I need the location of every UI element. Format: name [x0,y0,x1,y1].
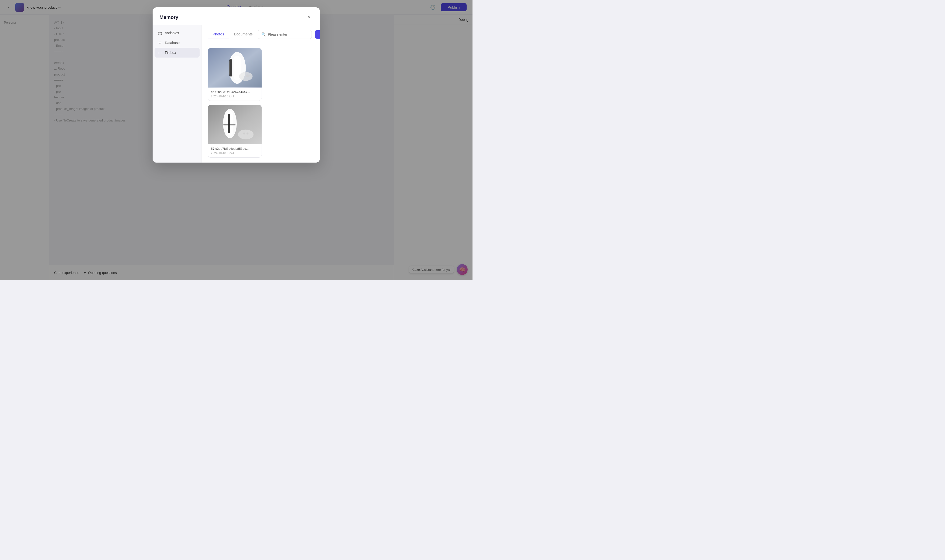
modal-overlay[interactable]: Memory × {x} Variables ⊙ Database □ File… [0,0,473,280]
modal-header: Memory × [153,8,320,25]
variables-label: Variables [165,31,179,35]
database-icon: ⊙ [157,40,162,45]
image-card-1[interactable]: eb71aa331fd04267a4447... 2024-10-10 02:4… [208,48,262,101]
filebox-label: Filebox [165,51,176,55]
svg-point-11 [238,129,253,140]
svg-rect-10 [223,124,236,125]
tab-photos[interactable]: Photos [208,30,229,39]
search-input[interactable] [268,32,311,36]
filebox-icon: □ [157,50,162,55]
content-tabs: Photos Documents [208,30,257,39]
image-date-2: 2024-10-10 02:41 [211,151,259,155]
sidebar-item-database[interactable]: ⊙ Database [154,38,200,48]
svg-rect-3 [229,59,232,76]
svg-point-12 [243,132,245,134]
image-thumbnail-1 [208,48,262,88]
tab-documents[interactable]: Documents [229,30,257,39]
sidebar-item-filebox[interactable]: □ Filebox [154,48,200,58]
svg-point-4 [239,72,253,81]
search-upload-controls: 🔍 Upload [257,30,320,39]
image-date-1: 2024-10-10 02:41 [211,95,259,98]
svg-point-13 [247,132,248,134]
ps5-illustration-2 [208,105,262,145]
divider [208,43,314,43]
sidebar-item-variables[interactable]: {x} Variables [154,28,200,38]
search-box[interactable]: 🔍 [257,30,312,39]
memory-modal: Memory × {x} Variables ⊙ Database □ File… [153,8,320,163]
close-icon: × [308,14,311,20]
modal-body: {x} Variables ⊙ Database □ Filebox Photo… [153,25,320,163]
svg-point-5 [246,74,250,77]
search-icon: 🔍 [261,32,266,37]
image-card-2[interactable]: 57fc2ee7fd3c4eeb853bc... 2024-10-10 02:4… [208,105,262,158]
image-info-1: eb71aa331fd04267a4447... 2024-10-10 02:4… [208,88,262,101]
modal-close-button[interactable]: × [305,13,313,21]
image-name-2: 57fc2ee7fd3c4eeb853bc... [211,147,259,151]
upload-button[interactable]: Upload [315,30,320,38]
modal-title: Memory [159,14,179,20]
modal-sidebar: {x} Variables ⊙ Database □ Filebox [153,25,202,163]
modal-main-content: Photos Documents 🔍 Upload [202,25,320,163]
ps5-illustration-1 [208,48,262,88]
variables-icon: {x} [157,31,162,35]
image-thumbnail-2 [208,105,262,145]
svg-rect-9 [228,114,230,133]
image-info-2: 57fc2ee7fd3c4eeb853bc... 2024-10-10 02:4… [208,145,262,157]
image-grid: eb71aa331fd04267a4447... 2024-10-10 02:4… [208,48,314,158]
database-label: Database [165,41,180,45]
image-name-1: eb71aa331fd04267a4447... [211,90,259,94]
